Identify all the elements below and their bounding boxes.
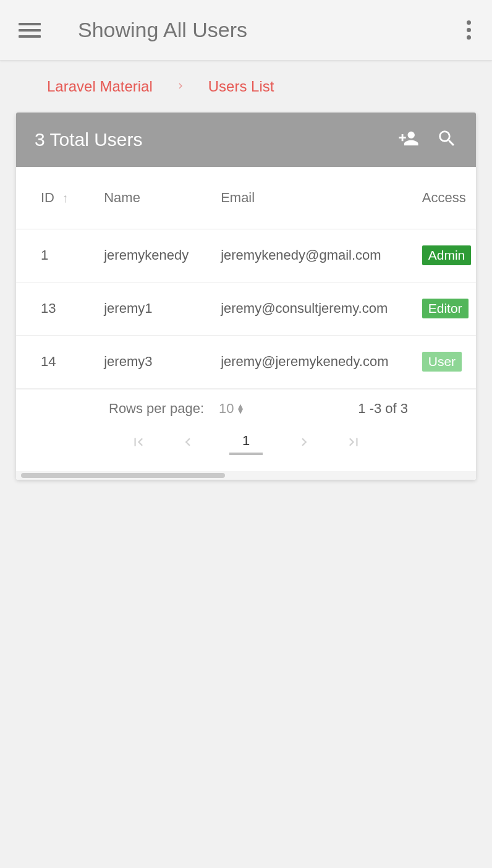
cell-id: 13 xyxy=(16,282,90,335)
cell-email: jeremykenedy@gmail.com xyxy=(207,229,409,282)
next-page-icon[interactable] xyxy=(296,434,312,454)
table-row[interactable]: 14jeremy3jeremy@jeremykenedy.comUser xyxy=(16,335,476,388)
chevron-right-icon xyxy=(175,78,186,95)
cell-name: jeremykenedy xyxy=(90,229,207,282)
first-page-icon[interactable] xyxy=(130,434,146,454)
column-header-email[interactable]: Email xyxy=(207,167,409,229)
scrollbar-thumb[interactable] xyxy=(21,473,225,478)
breadcrumb-item-home[interactable]: Laravel Material xyxy=(47,78,153,95)
page-title: Showing All Users xyxy=(78,18,457,42)
column-header-access[interactable]: Access xyxy=(409,167,476,229)
more-vert-icon[interactable] xyxy=(457,19,480,41)
add-user-icon[interactable] xyxy=(398,128,419,151)
table-scroll[interactable]: ID ↑ Name Email Access 1jeremykenedyjere… xyxy=(16,167,476,389)
rows-per-page-select[interactable]: 10 ▴▾ xyxy=(219,401,242,417)
search-icon[interactable] xyxy=(436,128,457,151)
page-input[interactable] xyxy=(229,433,263,455)
cell-access: User xyxy=(409,335,476,388)
column-header-id[interactable]: ID ↑ xyxy=(16,167,90,229)
cell-id: 1 xyxy=(16,229,90,282)
table-row[interactable]: 13jeremy1jeremy@consultjeremy.comEditor xyxy=(16,282,476,335)
cell-id: 14 xyxy=(16,335,90,388)
prev-page-icon[interactable] xyxy=(180,434,196,454)
access-badge: Editor xyxy=(422,299,469,318)
table-row[interactable]: 1jeremykenedyjeremykenedy@gmail.comAdmin xyxy=(16,229,476,282)
menu-icon[interactable] xyxy=(19,19,41,41)
last-page-icon[interactable] xyxy=(346,434,362,454)
pagination-range: 1 -3 of 3 xyxy=(358,401,457,417)
cell-name: jeremy3 xyxy=(90,335,207,388)
column-header-name[interactable]: Name xyxy=(90,167,207,229)
pagination: Rows per page: 10 ▴▾ 1 -3 of 3 xyxy=(16,389,476,470)
access-badge: User xyxy=(422,352,462,372)
cell-access: Editor xyxy=(409,282,476,335)
horizontal-scrollbar[interactable] xyxy=(16,471,476,480)
app-bar: Showing All Users xyxy=(0,0,492,61)
cell-email: jeremy@consultjeremy.com xyxy=(207,282,409,335)
card-title: 3 Total Users xyxy=(35,129,398,150)
rows-per-page-label: Rows per page: xyxy=(109,401,204,417)
column-header-id-label: ID xyxy=(41,190,54,205)
sort-asc-icon: ↑ xyxy=(62,191,68,205)
users-table: ID ↑ Name Email Access 1jeremykenedyjere… xyxy=(16,167,476,389)
cell-name: jeremy1 xyxy=(90,282,207,335)
rows-per-page-value: 10 xyxy=(219,401,234,417)
cell-email: jeremy@jeremykenedy.com xyxy=(207,335,409,388)
card-header: 3 Total Users xyxy=(16,113,476,167)
cell-access: Admin xyxy=(409,229,476,282)
breadcrumb-item-current[interactable]: Users List xyxy=(208,78,274,95)
breadcrumb: Laravel Material Users List xyxy=(0,61,492,113)
unfold-icon: ▴▾ xyxy=(238,404,243,414)
users-card: 3 Total Users ID ↑ Name Email Access xyxy=(16,113,476,480)
access-badge: Admin xyxy=(422,245,472,265)
